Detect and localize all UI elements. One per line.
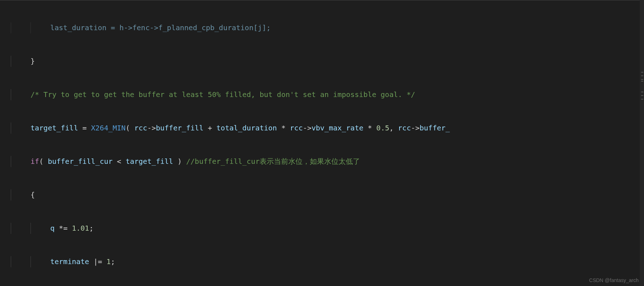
field: buffer_ (420, 124, 450, 132)
macro: X264_MIN (91, 124, 126, 132)
paren: ( (126, 124, 134, 132)
code-editor[interactable]: last_duration = h->fenc->f_planned_cpb_d… (0, 0, 644, 286)
variable: buffer_fill_cur (48, 157, 113, 166)
code-line[interactable]: last_duration = h->fenc->f_planned_cpb_d… (11, 22, 644, 33)
code-text: last_duration = h->fenc->f_planned_cpb_d… (50, 23, 271, 32)
minimap-marker (641, 79, 643, 80)
operator: < (113, 157, 126, 166)
field: vbv_max_rate (312, 124, 364, 132)
operator: * (363, 124, 376, 132)
arrow: -> (147, 124, 156, 132)
code-line[interactable]: } (11, 56, 644, 67)
variable: target_fill (126, 157, 173, 166)
semicolon: ; (89, 224, 93, 232)
variable: q (50, 224, 55, 232)
minimap-marker (641, 81, 643, 82)
watermark: CSDN @fantasy_arch (589, 277, 639, 283)
brace: } (31, 57, 35, 65)
variable: target_fill (31, 124, 78, 132)
number: 1.01 (72, 224, 89, 232)
minimap-marker (641, 72, 643, 73)
number: 0.5 (376, 124, 389, 132)
minimap-marker (641, 75, 643, 76)
code-line[interactable]: if( buffer_fill_cur < target_fill ) //bu… (11, 156, 644, 167)
variable: total_duration (216, 124, 277, 132)
arrow: -> (303, 124, 312, 132)
code-line[interactable]: target_fill = X264_MIN( rcc->buffer_fill… (11, 123, 644, 134)
operator: + (204, 124, 216, 132)
paren: ( (39, 157, 48, 166)
minimap-marker (641, 99, 643, 100)
code-line[interactable]: terminate |= 1; (11, 256, 644, 267)
variable: terminate (50, 257, 89, 266)
operator: *= (55, 224, 72, 232)
minimap[interactable] (640, 0, 644, 286)
minimap-marker (641, 95, 643, 96)
semicolon: ; (111, 257, 115, 266)
brace: { (31, 190, 35, 199)
code-line[interactable]: /* Try to get to get the buffer at least… (11, 89, 644, 100)
operator: * (277, 124, 290, 132)
code-line[interactable]: { (11, 189, 644, 200)
comment: /* Try to get to get the buffer at least… (31, 90, 415, 99)
paren: ) (173, 157, 182, 166)
variable: rcc (134, 124, 147, 132)
operator: |= (89, 257, 106, 266)
operator: = (78, 124, 91, 132)
comment: //buffer_fill_cur表示当前水位，如果水位太低了 (182, 157, 360, 166)
minimap-marker (641, 92, 643, 92)
arrow: -> (411, 124, 420, 132)
code-line[interactable]: q *= 1.01; (11, 223, 644, 234)
comma: , (389, 124, 398, 132)
field: buffer_fill (156, 124, 203, 132)
variable: rcc (290, 124, 303, 132)
number: 1 (107, 257, 111, 266)
keyword: if (31, 157, 39, 166)
variable: rcc (398, 124, 411, 132)
